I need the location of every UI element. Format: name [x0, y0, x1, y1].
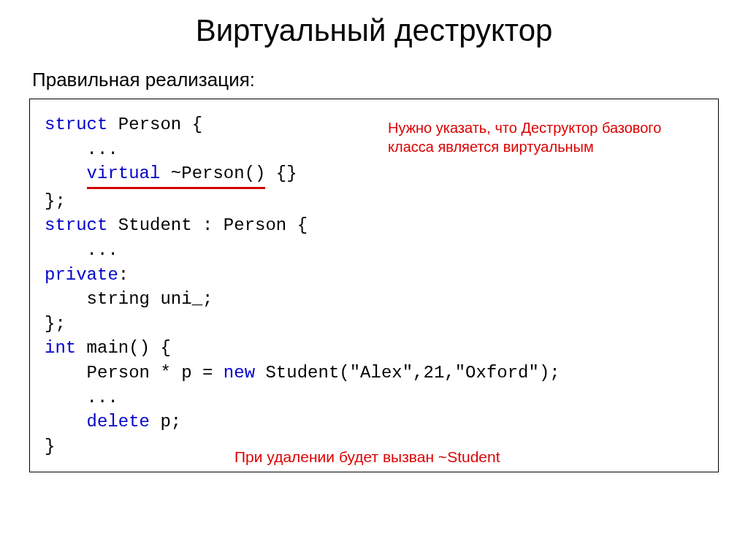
subtitle: Правильная реализация:	[32, 69, 719, 91]
keyword-private: private	[45, 265, 118, 285]
code-line: private:	[45, 263, 703, 288]
code-line: struct Student : Person {	[45, 213, 703, 238]
code-line: virtual ~Person() {}	[45, 161, 703, 189]
code-text: main() {	[76, 338, 171, 358]
annotation-delete-call: При удалении будет вызван ~Student	[234, 447, 500, 467]
code-line: string uni_;	[45, 287, 703, 312]
code-text: Person {	[107, 115, 202, 134]
underlined-virtual: virtual ~Person()	[87, 161, 266, 189]
keyword-struct: struct	[45, 115, 107, 134]
code-text: Student : Person {	[107, 215, 308, 235]
code-line: };	[45, 312, 703, 337]
code-line: delete p;	[45, 410, 703, 434]
code-text: Student("Alex",21,"Oxford");	[255, 363, 560, 383]
code-line: ...	[45, 386, 703, 410]
slide-title: Виртуальный деструктор	[29, 13, 719, 48]
code-line: Person * p = new Student("Alex",21,"Oxfo…	[45, 361, 703, 386]
keyword-virtual: virtual	[87, 164, 161, 183]
keyword-delete: delete	[87, 412, 150, 431]
keyword-new: new	[224, 363, 255, 383]
annotation-virtual-destructor: Нужно указать, что Деструктор базового к…	[388, 118, 695, 156]
code-box: Нужно указать, что Деструктор базового к…	[29, 99, 719, 472]
code-text: Person * p =	[45, 363, 224, 383]
code-text: {}	[265, 164, 297, 183]
code-line: int main() {	[45, 336, 703, 361]
code-indent	[45, 164, 87, 183]
code-line: };	[45, 189, 703, 214]
keyword-int: int	[45, 338, 76, 358]
keyword-struct: struct	[45, 215, 107, 235]
code-text: :	[118, 265, 129, 285]
code-text: ~Person()	[160, 164, 265, 183]
code-text: p;	[150, 412, 181, 431]
code-indent	[45, 412, 87, 431]
code-line: ...	[45, 238, 703, 263]
